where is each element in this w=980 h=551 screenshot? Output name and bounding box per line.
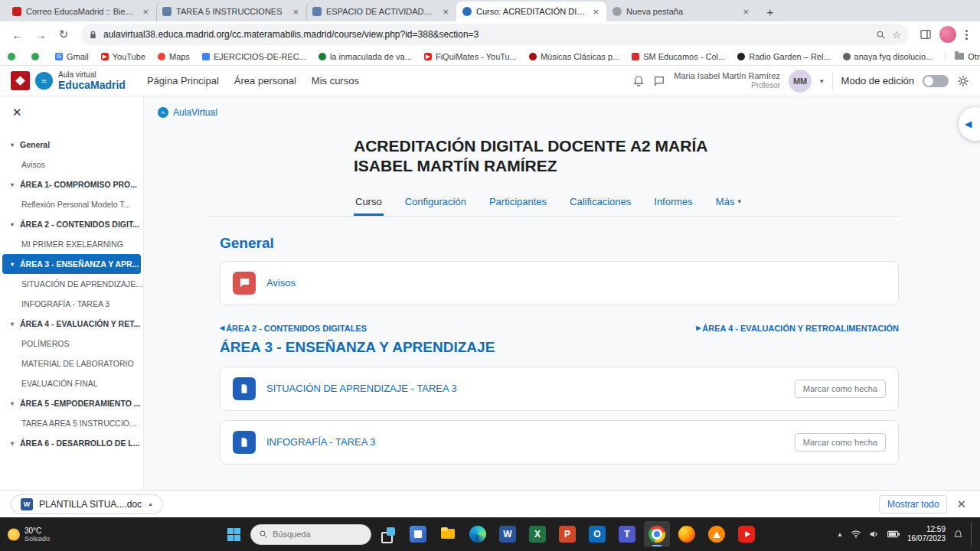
address-bar[interactable]: aulavirtual38.educa.madrid.org/cc.matera… xyxy=(81,24,909,45)
activity-link[interactable]: SITUACIÓN DE APRENDIZAJE - TAREA 3 xyxy=(266,383,457,394)
show-all-downloads-button[interactable]: Mostrar todo xyxy=(879,495,947,514)
nav-pagina-principal[interactable]: Página Principal xyxy=(147,75,219,86)
browser-tab[interactable]: Correo EducaMadrid :: Bienvenio × xyxy=(6,2,156,21)
close-drawer-icon[interactable]: ✕ xyxy=(0,104,22,119)
close-download-bar-icon[interactable]: ✕ xyxy=(953,497,969,511)
course-index-section-active[interactable]: ▾ÁREA 3 - ENSEÑANZA Y APR... xyxy=(2,254,141,274)
course-index-section[interactable]: ▾General xyxy=(0,135,143,155)
tab-close-icon[interactable]: × xyxy=(591,6,600,18)
tab-close-icon[interactable]: × xyxy=(741,6,750,18)
browser-tab[interactable]: ESPACIO DE ACTIVIDADES T5 × xyxy=(306,2,456,21)
chevron-up-icon[interactable]: ▲ xyxy=(148,501,153,507)
widgets-button[interactable] xyxy=(405,521,431,547)
mark-as-done-button[interactable]: Marcar como hecha xyxy=(795,433,886,452)
file-explorer-button[interactable] xyxy=(435,521,461,547)
taskbar-search-input[interactable] xyxy=(273,530,357,539)
bookmark[interactable]: EJERCICIOS-DE-REC... xyxy=(202,52,306,61)
activity-link[interactable]: INFOGRAFÍA - TAREA 3 xyxy=(266,436,376,448)
course-index-section[interactable]: ▾ÁREA 4 - EVALUACIÓN Y RET... xyxy=(0,314,143,334)
tab-close-icon[interactable]: × xyxy=(141,6,150,18)
taskbar-search[interactable] xyxy=(250,524,371,545)
bookmark[interactable] xyxy=(8,53,19,60)
outlook-button[interactable]: O xyxy=(584,521,610,547)
volume-icon[interactable] xyxy=(869,530,880,539)
bookmark[interactable]: GGmail xyxy=(55,52,89,61)
download-item[interactable]: W PLANTILLA SITUA....doc ▲ xyxy=(11,494,163,514)
bookmark[interactable]: Maps xyxy=(158,52,190,61)
battery-icon[interactable] xyxy=(887,530,900,538)
breadcrumb[interactable]: ≈ AulaVirtual xyxy=(144,96,980,118)
notifications-bell-icon[interactable] xyxy=(632,75,645,87)
task-view-button[interactable] xyxy=(375,521,401,547)
new-tab-button[interactable]: + xyxy=(761,2,779,21)
user-menu-chevron-icon[interactable]: ▾ xyxy=(820,77,824,85)
mark-as-done-button[interactable]: Marcar como hecha xyxy=(795,380,886,398)
taskbar-clock[interactable]: 12:59 16/07/2023 xyxy=(907,525,946,544)
activity-link[interactable]: Avisos xyxy=(266,277,296,289)
settings-gear-icon[interactable] xyxy=(957,75,969,87)
browser-menu-icon[interactable] xyxy=(964,28,969,41)
course-index-section[interactable]: ▾ÁREA 1- COMPROMISO PRO... xyxy=(0,174,143,194)
course-index-item[interactable]: Avisos xyxy=(0,155,143,174)
zoom-icon[interactable] xyxy=(876,30,886,40)
teams-button[interactable]: T xyxy=(614,521,640,547)
edge-button[interactable] xyxy=(465,521,491,547)
bookmark[interactable]: la inmaculada de va... xyxy=(318,52,412,61)
powerpoint-button[interactable]: P xyxy=(554,521,580,547)
course-index-section[interactable]: ▾ÁREA 6 - DESARROLLO DE L... xyxy=(0,433,143,453)
tab-informes[interactable]: Informes xyxy=(652,189,694,216)
bookmark[interactable]: Radio Garden – Rel... xyxy=(737,52,830,61)
course-index-section[interactable]: ▾ÁREA 5 -EMPODERAMIENTO ... xyxy=(0,393,143,413)
firefox-button[interactable] xyxy=(674,521,700,547)
bookmark[interactable]: ▶FiQuiMates - YouTu... xyxy=(424,52,517,61)
bookmark[interactable] xyxy=(31,53,43,60)
excel-button[interactable]: X xyxy=(524,521,550,547)
bookmark[interactable]: anaya fyq disolucio... xyxy=(843,52,933,61)
edit-mode-toggle[interactable] xyxy=(923,75,949,87)
tab-close-icon[interactable]: × xyxy=(291,6,300,18)
bookmark[interactable]: ▶YouTube xyxy=(101,52,145,61)
browser-tab[interactable]: Nueva pestaña × xyxy=(606,2,756,21)
side-panel-icon[interactable] xyxy=(920,28,932,41)
forward-button[interactable]: → xyxy=(31,24,51,44)
bookmark-star-icon[interactable]: ☆ xyxy=(892,29,901,41)
word-button[interactable]: W xyxy=(495,521,521,547)
nav-mis-cursos[interactable]: Mis cursos xyxy=(312,75,359,86)
course-index-item[interactable]: MI PRIMER EXELEARNING xyxy=(0,234,143,254)
tab-calificaciones[interactable]: Calificaciones xyxy=(568,189,632,216)
user-avatar[interactable]: MM xyxy=(789,70,812,93)
messages-icon[interactable] xyxy=(653,75,665,87)
course-index-item[interactable]: EVALUACIÓN FINAL xyxy=(0,373,143,393)
course-index-item[interactable]: INFOGRAFÍA - TAREA 3 xyxy=(0,294,143,314)
wifi-icon[interactable] xyxy=(851,530,861,539)
browser-profile-avatar[interactable] xyxy=(939,26,956,43)
chrome-button-active[interactable] xyxy=(644,521,670,547)
prev-section-link[interactable]: ◀ÁREA 2 - CONTENIDOS DIGITALES xyxy=(220,324,367,333)
show-desktop-button[interactable] xyxy=(971,523,974,546)
course-index-item[interactable]: TAREA AREA 5 INSTRUCCIO... xyxy=(0,413,143,433)
back-button[interactable]: ← xyxy=(8,24,28,44)
bookmark[interactable]: SM Educamos - Col... xyxy=(632,52,725,61)
tab-curso[interactable]: Curso xyxy=(354,189,384,216)
browser-tab[interactable]: TAREA 5 INSTRUCCIONES × xyxy=(156,2,306,21)
bookmark[interactable]: Músicas Clásicas p... xyxy=(529,52,619,61)
tab-participantes[interactable]: Participantes xyxy=(488,189,548,216)
notifications-icon[interactable] xyxy=(953,530,963,540)
other-bookmarks-button[interactable]: Otros marcadores xyxy=(945,52,980,61)
course-index-item[interactable]: SITUACIÓN DE APRENDIZAJE... xyxy=(0,274,143,294)
browser-tab-active[interactable]: Curso: ACREDITACIÓN DIGITAL D × xyxy=(456,2,606,21)
refresh-button[interactable]: ↻ xyxy=(54,24,74,44)
weather-widget[interactable]: 30°C Soleado xyxy=(8,527,50,543)
course-index-item[interactable]: POLÍMEROS xyxy=(0,334,143,354)
nav-area-personal[interactable]: Área personal xyxy=(234,75,296,86)
course-index-section[interactable]: ▾ÁREA 2 - CONTENIDOS DIGIT... xyxy=(0,214,143,234)
course-index-item[interactable]: MATERIAL DE LABORATORIO xyxy=(0,354,143,373)
youtube-button[interactable] xyxy=(733,521,760,547)
tab-configuracion[interactable]: Configuración xyxy=(403,189,468,216)
next-section-link[interactable]: ▶ÁREA 4 - EVALUACIÓN Y RETROALIMENTACIÓN xyxy=(696,324,899,333)
course-index-item[interactable]: Reflexión Personal Modelo T... xyxy=(0,194,143,214)
tab-close-icon[interactable]: × xyxy=(441,6,450,18)
vlc-button[interactable] xyxy=(704,521,730,547)
start-button[interactable] xyxy=(220,521,247,547)
educamadrid-logo[interactable]: ≈ Aula virtual EducaMadrid xyxy=(11,70,126,91)
